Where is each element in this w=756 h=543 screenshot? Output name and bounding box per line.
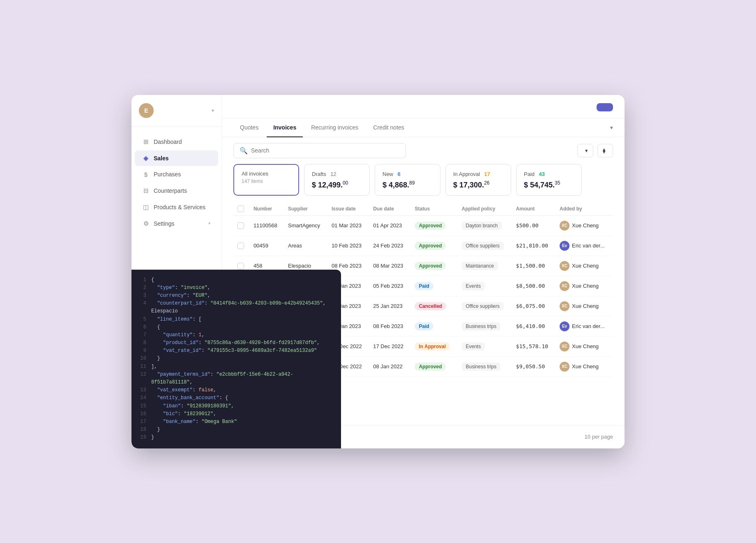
cell-due-date: 25 Jan 2023 (369, 296, 410, 316)
row-checkbox-1[interactable] (237, 243, 244, 249)
cell-added-by: XC Xue Cheng (555, 276, 613, 296)
cell-amount: $6,410.00 (512, 316, 555, 336)
profile-section[interactable]: E ▾ (131, 95, 221, 127)
cell-added-by: XC Xue Cheng (555, 336, 613, 356)
tab-quotes[interactable]: Quotes (233, 118, 265, 137)
cell-policy: Maintanance (458, 256, 512, 276)
cell-supplier: Areas (284, 236, 327, 256)
col-policy: Applied policy (458, 202, 512, 216)
cell-policy: Office suppliers (458, 296, 512, 316)
create-document-button[interactable] (597, 103, 613, 111)
code-overlay: 1{ 2 "type": "invoice", 3 "currency": "E… (131, 270, 341, 448)
sidebar-item-dashboard[interactable]: ⊞ Dashboard (135, 134, 218, 150)
cell-status: Paid (410, 276, 457, 296)
search-box[interactable]: 🔍 (233, 143, 406, 158)
tab-invoices[interactable]: Invoices (267, 118, 303, 137)
sidebar-item-counterparts[interactable]: ⊟ Counterparts (135, 183, 218, 199)
cell-status: Approved (410, 356, 457, 377)
chevron-down-icon: ▾ (212, 108, 214, 113)
cell-due-date: 08 Mar 2023 (369, 256, 410, 276)
view-selector[interactable]: ▾ (608, 125, 613, 131)
counterparts-icon: ⊟ (142, 187, 150, 194)
col-added-by: Added by (555, 202, 613, 216)
user-avatar: Ev (560, 241, 569, 251)
select-all-checkbox[interactable] (237, 206, 244, 212)
cell-status: Paid (410, 316, 457, 336)
avatar: E (139, 103, 154, 118)
cell-amount: $500.00 (512, 215, 555, 236)
cell-policy: Office suppliers (458, 236, 512, 256)
col-due-date: Due date (369, 202, 410, 216)
tab-recurring-invoices[interactable]: Recurring invoices (304, 118, 365, 137)
cell-issue-date: 01 Mar 2023 (327, 215, 369, 236)
cell-number: 11100568 (249, 215, 284, 236)
card-in-approval[interactable]: In Approval 17 $ 17,300.26 (445, 164, 511, 196)
chevron-down-icon: ▾ (585, 148, 588, 154)
cell-policy: Events (458, 336, 512, 356)
cell-added-by: XC Xue Cheng (555, 215, 613, 236)
cell-added-by: XC Xue Cheng (555, 296, 613, 316)
per-page-selector[interactable]: 10 per page (585, 434, 613, 440)
cell-policy: Dayton branch (458, 215, 512, 236)
cell-status: Approved (410, 215, 457, 236)
sidebar-item-purchases[interactable]: $ Purchases (135, 167, 218, 182)
col-number: Number (249, 202, 284, 216)
purchases-icon: $ (142, 171, 150, 178)
user-avatar: XC (560, 281, 569, 291)
cell-amount: $21,810.00 (512, 236, 555, 256)
cell-amount: $8,500.00 (512, 276, 555, 296)
cell-due-date: 05 Feb 2023 (369, 276, 410, 296)
cell-due-date: 24 Feb 2023 (369, 236, 410, 256)
filter-icon: ⧫ (603, 148, 605, 154)
user-avatar: XC (560, 221, 569, 231)
sidebar-item-label: Products & Services (154, 204, 205, 210)
row-checkbox-2[interactable] (237, 263, 244, 269)
user-avatar: XC (560, 362, 569, 372)
products-icon: ◫ (142, 203, 150, 211)
cell-number: 00459 (249, 236, 284, 256)
user-avatar: XC (560, 301, 569, 311)
chevron-down-icon: ▾ (610, 125, 613, 131)
col-amount: Amount (512, 202, 555, 216)
table-row[interactable]: 00459 Areas 10 Feb 2023 24 Feb 2023 Appr… (233, 236, 613, 256)
sidebar-item-label: Counterparts (154, 187, 187, 194)
tabs-bar: Quotes Invoices Recurring invoices Credi… (222, 118, 625, 137)
summary-cards: All invoices 147 items Drafts 12 $ 12,49… (222, 164, 625, 202)
card-all-invoices[interactable]: All invoices 147 items (233, 164, 299, 196)
cell-added-by: XC Xue Cheng (555, 356, 613, 377)
sidebar-item-settings[interactable]: ⚙ Settings ▾ (135, 216, 218, 231)
cell-issue-date: 10 Feb 2023 (327, 236, 369, 256)
cell-amount: $15,578.10 (512, 336, 555, 356)
sidebar-item-sales[interactable]: ◈ Sales (135, 150, 218, 166)
search-icon: 🔍 (240, 147, 248, 155)
sidebar-item-label: Sales (154, 155, 169, 162)
col-supplier: Supplier (284, 202, 327, 216)
card-paid[interactable]: Paid 43 $ 54,745.35 (516, 164, 582, 196)
card-drafts[interactable]: Drafts 12 $ 12,499.00 (304, 164, 370, 196)
user-avatar: Ev (560, 321, 569, 331)
sidebar-item-products[interactable]: ◫ Products & Services (135, 199, 218, 215)
sidebar-item-label: Settings (154, 220, 175, 227)
cell-amount: $1,500.00 (512, 256, 555, 276)
table-row[interactable]: 11100568 SmartAgency 01 Mar 2023 01 Apr … (233, 215, 613, 236)
app-window: E ▾ ⊞ Dashboard ◈ Sales $ Purchases ⊟ (131, 95, 625, 448)
cell-supplier: SmartAgency (284, 215, 327, 236)
toolbar-right: ▾ ⧫ (577, 144, 613, 157)
sales-icon: ◈ (142, 155, 150, 162)
card-new[interactable]: New 6 $ 4,868.89 (375, 164, 440, 196)
cell-amount: $6,075.00 (512, 296, 555, 316)
cell-due-date: 08 Jan 2022 (369, 356, 410, 377)
tab-credit-notes[interactable]: Credit notes (366, 118, 410, 137)
toolbar: 🔍 ▾ ⧫ (222, 137, 625, 164)
sidebar-item-label: Purchases (154, 171, 181, 178)
filters-button[interactable]: ⧫ (597, 144, 613, 157)
dashboard-icon: ⊞ (142, 138, 150, 146)
sidebar-item-label: Dashboard (154, 139, 182, 145)
time-filter-dropdown[interactable]: ▾ (577, 144, 593, 157)
row-checkbox-0[interactable] (237, 222, 244, 229)
search-input[interactable] (251, 147, 400, 154)
cell-due-date: 17 Dec 2022 (369, 336, 410, 356)
settings-icon: ⚙ (142, 220, 150, 227)
cell-policy: Business trips (458, 316, 512, 336)
cell-due-date: 08 Feb 2023 (369, 316, 410, 336)
